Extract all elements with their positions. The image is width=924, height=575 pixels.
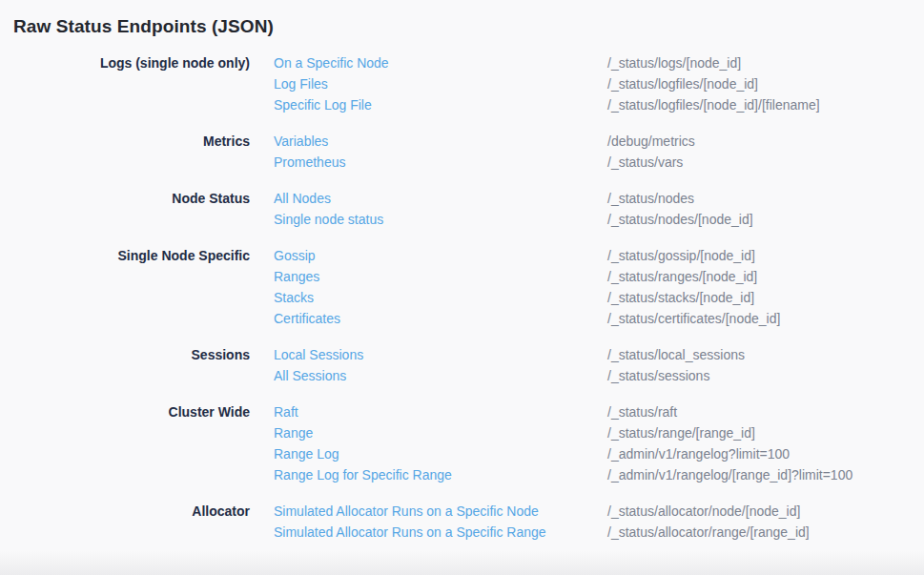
endpoint-link[interactable]: Certificates <box>274 308 607 329</box>
entry-list: Simulated Allocator Runs on a Specific N… <box>250 501 924 543</box>
endpoint-row: Prometheus /_status/vars <box>250 152 924 173</box>
endpoint-link[interactable]: Stacks <box>274 287 607 308</box>
entry-list: Local Sessions /_status/local_sessions A… <box>250 344 924 386</box>
endpoint-row: Local Sessions /_status/local_sessions <box>250 344 924 365</box>
endpoint-row: Variables /debug/metrics <box>250 131 924 152</box>
endpoint-link[interactable]: Ranges <box>274 266 607 287</box>
endpoint-link[interactable]: Gossip <box>274 245 607 266</box>
endpoint-link[interactable]: Variables <box>274 131 607 152</box>
endpoint-link[interactable]: Local Sessions <box>274 344 607 365</box>
endpoint-path: /_status/ranges/[node_id] <box>607 266 757 287</box>
endpoint-row: Range /_status/range/[range_id] <box>250 422 924 443</box>
endpoint-path: /_status/range/[range_id] <box>607 422 755 443</box>
endpoint-link[interactable]: Single node status <box>274 209 607 230</box>
category-label: Single Node Specific <box>13 245 250 266</box>
endpoint-path: /_status/stacks/[node_id] <box>607 287 754 308</box>
endpoint-row: Simulated Allocator Runs on a Specific N… <box>250 501 924 522</box>
endpoint-path: /_status/gossip/[node_id] <box>607 245 755 266</box>
endpoint-link[interactable]: Range Log <box>274 443 607 464</box>
endpoint-row: All Nodes /_status/nodes <box>250 188 924 209</box>
endpoint-link[interactable]: Specific Log File <box>274 94 607 115</box>
category-label: Sessions <box>13 344 250 365</box>
endpoint-path: /_admin/v1/rangelog/[range_id]?limit=100 <box>607 464 852 485</box>
entry-list: All Nodes /_status/nodes Single node sta… <box>250 188 924 230</box>
endpoint-path: /_status/local_sessions <box>607 344 745 365</box>
endpoint-row: Specific Log File /_status/logfiles/[nod… <box>250 94 924 115</box>
endpoint-path: /_status/logfiles/[node_id]/[filename] <box>607 94 820 115</box>
endpoint-row: On a Specific Node /_status/logs/[node_i… <box>250 52 924 73</box>
endpoint-path: /_status/certificates/[node_id] <box>607 308 780 329</box>
entry-list: Gossip /_status/gossip/[node_id] Ranges … <box>250 245 924 329</box>
endpoint-link[interactable]: Prometheus <box>274 152 607 173</box>
endpoint-row: Log Files /_status/logfiles/[node_id] <box>250 73 924 94</box>
category-label: Allocator <box>13 501 250 522</box>
endpoint-row: Range Log /_admin/v1/rangelog?limit=100 <box>250 443 924 464</box>
endpoint-row: Simulated Allocator Runs on a Specific R… <box>250 522 924 543</box>
endpoint-link[interactable]: Range <box>274 422 607 443</box>
category-label: Metrics <box>13 131 250 152</box>
endpoint-link[interactable]: Log Files <box>274 73 607 94</box>
entry-list: On a Specific Node /_status/logs/[node_i… <box>250 52 924 115</box>
endpoint-row: Gossip /_status/gossip/[node_id] <box>250 245 924 266</box>
endpoint-path: /_status/logs/[node_id] <box>607 52 741 73</box>
endpoint-row: Ranges /_status/ranges/[node_id] <box>250 266 924 287</box>
entry-list: Raft /_status/raft Range /_status/range/… <box>250 401 924 485</box>
endpoint-row: Stacks /_status/stacks/[node_id] <box>250 287 924 308</box>
endpoint-group: Single Node Specific Gossip /_status/gos… <box>13 245 924 329</box>
endpoint-row: Raft /_status/raft <box>250 401 924 422</box>
endpoint-path: /_status/raft <box>607 401 677 422</box>
endpoint-group: Cluster Wide Raft /_status/raft Range /_… <box>13 401 924 485</box>
endpoint-link[interactable]: Simulated Allocator Runs on a Specific R… <box>274 522 607 543</box>
endpoint-group: Sessions Local Sessions /_status/local_s… <box>13 344 924 386</box>
bottom-shade <box>0 550 924 575</box>
endpoint-link[interactable]: Simulated Allocator Runs on a Specific N… <box>274 501 607 522</box>
endpoint-group: Allocator Simulated Allocator Runs on a … <box>13 501 924 543</box>
endpoint-row: Certificates /_status/certificates/[node… <box>250 308 924 329</box>
endpoint-link[interactable]: All Nodes <box>274 188 607 209</box>
endpoint-link[interactable]: On a Specific Node <box>274 52 607 73</box>
endpoint-path: /_status/allocator/node/[node_id] <box>607 501 800 522</box>
endpoint-link[interactable]: Raft <box>274 401 607 422</box>
page-title: Raw Status Endpoints (JSON) <box>13 13 924 40</box>
endpoint-link[interactable]: Range Log for Specific Range <box>274 464 607 485</box>
category-label: Node Status <box>13 188 250 209</box>
endpoint-path: /_status/logfiles/[node_id] <box>607 73 758 94</box>
endpoint-path: /_admin/v1/rangelog?limit=100 <box>607 443 790 464</box>
endpoint-row: Range Log for Specific Range /_admin/v1/… <box>250 464 924 485</box>
endpoint-path: /_status/nodes/[node_id] <box>607 209 753 230</box>
endpoint-path: /_status/nodes <box>607 188 694 209</box>
endpoint-group: Logs (single node only) On a Specific No… <box>13 52 924 115</box>
endpoint-path: /_status/allocator/range/[range_id] <box>607 522 810 543</box>
endpoint-path: /_status/sessions <box>607 365 709 386</box>
endpoint-groups: Logs (single node only) On a Specific No… <box>13 52 924 543</box>
entry-list: Variables /debug/metrics Prometheus /_st… <box>250 131 924 173</box>
endpoint-path: /_status/vars <box>607 152 683 173</box>
endpoint-row: All Sessions /_status/sessions <box>250 365 924 386</box>
endpoint-group: Metrics Variables /debug/metrics Prometh… <box>13 131 924 173</box>
endpoint-group: Node Status All Nodes /_status/nodes Sin… <box>13 188 924 230</box>
endpoint-row: Single node status /_status/nodes/[node_… <box>250 209 924 230</box>
category-label: Logs (single node only) <box>13 52 250 73</box>
category-label: Cluster Wide <box>13 401 250 422</box>
raw-status-endpoints-page: Raw Status Endpoints (JSON) Logs (single… <box>0 0 924 543</box>
endpoint-link[interactable]: All Sessions <box>274 365 607 386</box>
endpoint-path: /debug/metrics <box>607 131 695 152</box>
